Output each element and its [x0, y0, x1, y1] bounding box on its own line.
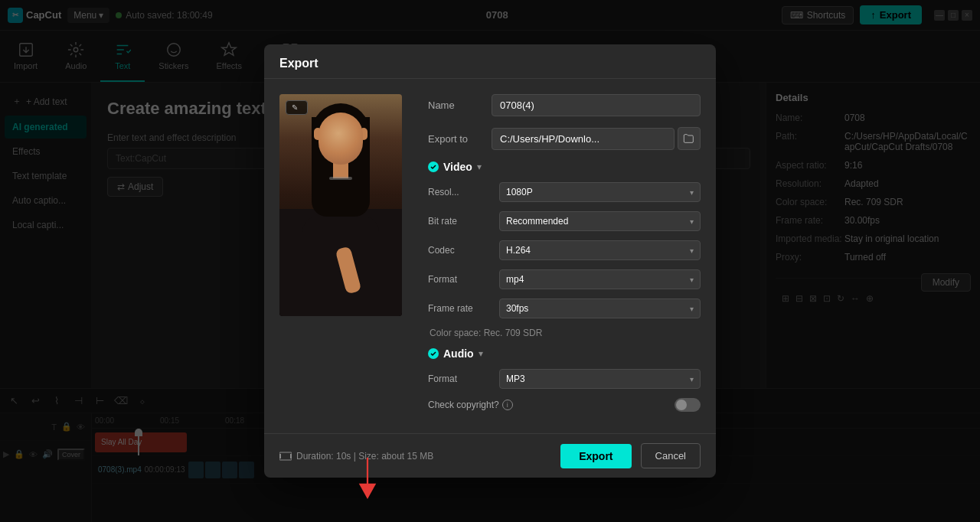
modal-footer: Duration: 10s | Size: about 15 MB Export…	[264, 433, 716, 478]
export-to-label: Export to	[428, 133, 485, 145]
codec-arrow-icon: ▾	[690, 246, 694, 255]
copyright-row: Check copyright? i	[428, 398, 701, 412]
export-fields: Name Export to	[428, 94, 701, 418]
video-cover-preview: ✎	[279, 94, 402, 316]
export-to-row: Export to	[428, 127, 701, 150]
format-select[interactable]: mp4 ▾	[499, 269, 701, 289]
video-section-header: Video ▾	[428, 161, 701, 173]
audio-format-arrow-icon: ▾	[690, 375, 694, 383]
framerate-label: Frame rate	[428, 303, 493, 314]
modal-body: ✎	[264, 79, 716, 433]
color-space-text: Color space: Rec. 709 SDR	[428, 328, 701, 338]
modal-title: Export	[264, 44, 716, 79]
codec-label: Codec	[428, 245, 493, 256]
audio-format-select[interactable]: MP3 ▾	[499, 369, 701, 389]
export-path-input[interactable]	[492, 128, 675, 150]
export-modal: Export ✎	[264, 44, 716, 478]
framerate-row: Frame rate 30fps ▾	[428, 299, 701, 318]
audio-section-arrow-icon: ▾	[479, 348, 483, 359]
video-preview-panel: ✎	[279, 94, 410, 418]
format-row: Format mp4 ▾	[428, 269, 701, 289]
export-main-button[interactable]: Export	[560, 444, 631, 468]
framerate-select[interactable]: 30fps ▾	[499, 299, 701, 318]
codec-select[interactable]: H.264 ▾	[499, 240, 701, 260]
video-section-title: Video	[443, 161, 472, 173]
audio-checkmark-icon	[430, 350, 437, 357]
resolution-arrow-icon: ▾	[690, 188, 694, 197]
svg-rect-6	[279, 454, 281, 458]
folder-icon[interactable]	[678, 127, 701, 150]
copyright-label: Check copyright? i	[428, 400, 675, 410]
audio-format-label: Format	[428, 374, 493, 384]
audio-format-row: Format MP3 ▾	[428, 369, 701, 389]
codec-row: Codec H.264 ▾	[428, 240, 701, 260]
audio-section-header: Audio ▾	[428, 347, 701, 360]
toggle-knob	[676, 400, 687, 410]
modal-overlay: Export ✎	[0, 0, 980, 522]
format-label: Format	[428, 274, 493, 285]
cancel-button[interactable]: Cancel	[641, 443, 701, 468]
folder-svg-icon	[683, 132, 695, 145]
bitrate-label: Bit rate	[428, 216, 493, 227]
audio-checkbox[interactable]	[428, 348, 439, 359]
edit-icon: ✎	[292, 103, 298, 112]
bitrate-row: Bit rate Recommended ▾	[428, 211, 701, 231]
bitrate-arrow-icon: ▾	[690, 217, 694, 226]
video-section-arrow-icon: ▾	[477, 161, 482, 172]
edit-cover-button[interactable]: ✎	[286, 100, 308, 115]
resolution-select[interactable]: 1080P ▾	[499, 182, 701, 202]
svg-rect-7	[290, 454, 292, 458]
format-arrow-icon: ▾	[690, 276, 694, 284]
resolution-label: Resol...	[428, 187, 493, 197]
name-label: Name	[428, 100, 485, 111]
svg-rect-5	[279, 452, 292, 460]
video-checkbox[interactable]	[428, 161, 439, 172]
footer-info: Duration: 10s | Size: about 15 MB	[279, 451, 551, 462]
framerate-arrow-icon: ▾	[690, 305, 694, 313]
copyright-toggle[interactable]	[675, 398, 701, 412]
name-field-row: Name	[428, 94, 701, 116]
info-icon[interactable]: i	[502, 400, 513, 410]
export-path-container	[492, 127, 701, 150]
audio-section-title: Audio	[443, 347, 474, 360]
name-input[interactable]	[492, 94, 701, 116]
film-icon	[279, 452, 292, 461]
resolution-row: Resol... 1080P ▾	[428, 182, 701, 202]
bitrate-select[interactable]: Recommended ▾	[499, 211, 701, 231]
checkmark-icon	[430, 163, 437, 171]
